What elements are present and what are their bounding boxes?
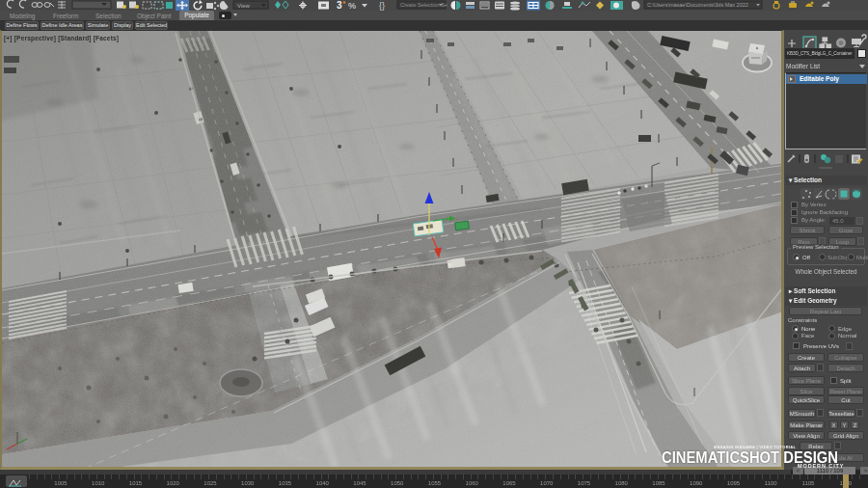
svg-text:%: % — [348, 1, 356, 11]
svg-text:View: View — [237, 3, 251, 9]
svg-text:{}: {} — [379, 1, 385, 11]
svg-text:3: 3 — [337, 0, 342, 11]
svg-text:C:\Users\masae\Documents\3ds M: C:\Users\masae\Documents\3ds Max 2022 — [647, 2, 748, 8]
